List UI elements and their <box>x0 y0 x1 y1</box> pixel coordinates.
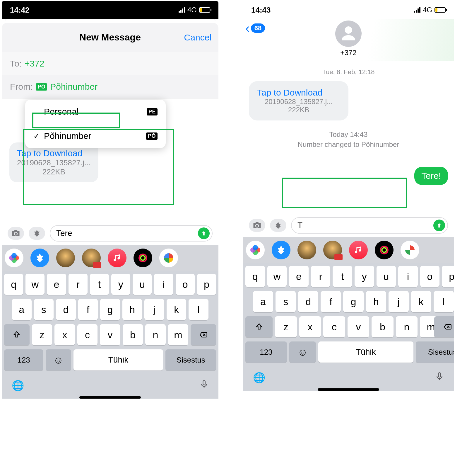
key-f[interactable]: f <box>321 291 341 312</box>
key-i[interactable]: i <box>154 274 173 295</box>
key-p[interactable]: p <box>442 266 454 287</box>
dictation-key[interactable] <box>200 379 208 392</box>
globe-key[interactable]: 🌐 <box>12 380 24 391</box>
keyboard[interactable]: qwertyuiop asdfghjkl zxcvbnm 123 ☺ Tühik… <box>243 263 454 391</box>
key-u[interactable]: u <box>133 274 152 295</box>
backspace-key[interactable] <box>434 316 454 337</box>
space-key[interactable]: Tühik <box>318 341 413 363</box>
key-f[interactable]: f <box>78 299 98 320</box>
globe-key[interactable]: 🌐 <box>253 372 265 383</box>
tap-to-download[interactable]: Tap to Download <box>17 148 91 158</box>
key-v[interactable]: v <box>348 316 370 337</box>
return-key[interactable]: Sisestus <box>165 349 216 370</box>
key-y[interactable]: y <box>355 266 374 287</box>
home-indicator[interactable] <box>79 396 141 399</box>
photos-app-icon[interactable] <box>5 249 23 267</box>
return-key[interactable]: Sisestus <box>416 341 454 363</box>
memoji-app-icon[interactable] <box>56 249 75 267</box>
key-r[interactable]: r <box>311 266 331 287</box>
key-z[interactable]: z <box>275 316 297 337</box>
key-c[interactable]: c <box>323 316 345 337</box>
key-k[interactable]: k <box>411 291 431 312</box>
apps-button[interactable] <box>29 227 45 240</box>
key-t[interactable]: t <box>90 274 109 295</box>
key-l[interactable]: l <box>434 291 454 312</box>
outgoing-message-bubble[interactable]: Tere! <box>414 167 448 185</box>
key-x[interactable]: x <box>299 316 321 337</box>
sim-option-personal[interactable]: ✓ Personal PE <box>25 100 166 124</box>
key-v[interactable]: v <box>100 324 120 345</box>
backspace-key[interactable] <box>191 324 216 345</box>
key-c[interactable]: c <box>77 324 98 345</box>
key-a[interactable]: a <box>253 291 273 312</box>
numbers-key[interactable]: 123 <box>4 349 43 370</box>
tap-to-download[interactable]: Tap to Download <box>257 88 340 98</box>
dictation-key[interactable] <box>435 371 444 384</box>
key-s[interactable]: s <box>34 299 54 320</box>
key-l[interactable]: l <box>189 299 208 320</box>
emoji-key[interactable]: ☺ <box>289 341 316 363</box>
cancel-button[interactable]: Cancel <box>184 33 211 42</box>
sim-option-pohinumber[interactable]: ✓ Põhinumber PŌ <box>25 124 166 148</box>
send-button[interactable] <box>198 227 210 239</box>
key-n[interactable]: n <box>396 316 418 337</box>
key-a[interactable]: a <box>12 299 32 320</box>
key-p[interactable]: p <box>197 274 216 295</box>
incoming-attachment-bubble[interactable]: Tap to Download 20190628_135827.j... 222… <box>249 81 348 120</box>
key-d[interactable]: d <box>298 291 318 312</box>
camera-button[interactable] <box>8 227 24 240</box>
key-n[interactable]: n <box>145 324 165 345</box>
key-j[interactable]: j <box>144 299 164 320</box>
memoji-app-icon[interactable] <box>297 241 316 259</box>
fitness-app-icon[interactable] <box>375 241 394 259</box>
appstore-app-icon[interactable] <box>272 241 290 259</box>
shift-key[interactable] <box>245 316 273 337</box>
key-z[interactable]: z <box>32 324 52 345</box>
key-h[interactable]: h <box>122 299 142 320</box>
key-u[interactable]: u <box>377 266 396 287</box>
camera-button[interactable] <box>249 219 265 232</box>
key-b[interactable]: b <box>372 316 394 337</box>
back-button[interactable]: ‹ 68 <box>245 22 265 35</box>
key-r[interactable]: r <box>69 274 88 295</box>
from-field[interactable]: From: PŌ Põhinumber <box>2 75 218 98</box>
message-input[interactable] <box>297 221 433 230</box>
key-m[interactable]: m <box>168 324 188 345</box>
key-b[interactable]: b <box>123 324 143 345</box>
shift-key[interactable] <box>4 324 30 345</box>
key-t[interactable]: t <box>333 266 352 287</box>
key-w[interactable]: w <box>25 274 45 295</box>
photos-app-icon[interactable] <box>246 241 265 259</box>
music-app-icon[interactable] <box>349 241 368 259</box>
key-e[interactable]: e <box>289 266 309 287</box>
key-d[interactable]: d <box>56 299 76 320</box>
message-thread[interactable]: Tue, 8. Feb, 12:18 Tap to Download 20190… <box>243 61 454 214</box>
keyboard[interactable]: qwertyuiop asdfghjkl zxcvbnm 123 ☺ Tühik… <box>2 271 218 399</box>
imessage-app-strip[interactable] <box>2 245 218 271</box>
key-q[interactable]: q <box>245 266 265 287</box>
message-input[interactable] <box>56 229 198 238</box>
key-o[interactable]: o <box>176 274 195 295</box>
key-g[interactable]: g <box>100 299 120 320</box>
key-k[interactable]: k <box>167 299 187 320</box>
contact-avatar[interactable] <box>335 21 362 47</box>
imessage-app-strip[interactable] <box>243 237 454 263</box>
key-w[interactable]: w <box>267 266 287 287</box>
appstore-app-icon[interactable] <box>30 249 49 267</box>
numbers-key[interactable]: 123 <box>245 341 287 363</box>
key-e[interactable]: e <box>47 274 66 295</box>
maps-app-icon[interactable] <box>159 249 178 267</box>
to-field[interactable]: To: +372 <box>2 52 218 75</box>
memoji-stickers-app-icon[interactable] <box>323 241 342 259</box>
download-bubble[interactable]: Tap to Download 20190628_135827.j... 222… <box>9 142 98 182</box>
apps-button[interactable] <box>270 219 286 232</box>
emoji-key[interactable]: ☺ <box>46 349 71 370</box>
key-q[interactable]: q <box>4 274 23 295</box>
space-key[interactable]: Tühik <box>73 349 163 370</box>
key-g[interactable]: g <box>343 291 363 312</box>
key-i[interactable]: i <box>398 266 418 287</box>
contact-number[interactable]: +372 <box>243 49 454 57</box>
memoji-stickers-app-icon[interactable] <box>82 249 101 267</box>
maps-app-icon[interactable] <box>401 241 419 259</box>
key-s[interactable]: s <box>276 291 296 312</box>
